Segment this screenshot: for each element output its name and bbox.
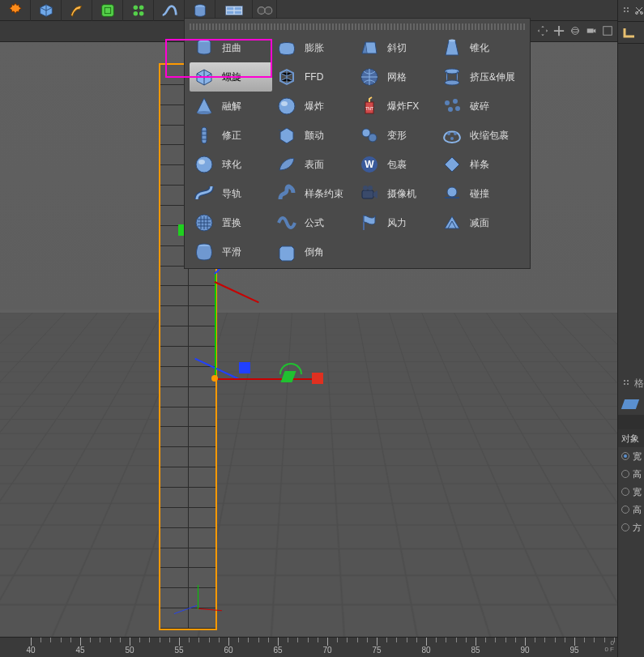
deformer-decay[interactable]: 减面 (437, 208, 525, 237)
svg-point-25 (627, 380, 629, 382)
deformer-spline-wrap[interactable]: 样条约束 (272, 179, 355, 208)
deformer-extrude[interactable]: 挤压&伸展 (437, 62, 525, 92)
deformer-melt[interactable]: 融解 (190, 92, 272, 121)
svg-point-18 (624, 7, 625, 9)
deformer-morph[interactable]: 变形 (355, 121, 437, 150)
deformer-wrap[interactable]: 包裹 (355, 150, 437, 179)
correction-bar-icon (193, 124, 215, 147)
formula-wave-icon (275, 211, 298, 234)
deformer-jiggle[interactable]: 颤动 (272, 121, 355, 150)
deformer-shear[interactable]: 斜切 (355, 33, 437, 62)
dots-icon (623, 379, 631, 387)
deformer-spline-def[interactable]: 样条 (437, 150, 525, 179)
attr-option-label: 高 (633, 504, 642, 516)
deformer-explosion-fx[interactable]: 爆炸FX (355, 92, 437, 121)
panel-patch-icon[interactable]: 格 (618, 373, 644, 394)
deformer-formula[interactable]: 公式 (272, 208, 355, 237)
barrel-icon (193, 241, 215, 263)
deformer-collision[interactable]: 碰撞 (437, 179, 525, 208)
deformer-twist[interactable]: 螺旋 (190, 62, 272, 92)
attr-option-2[interactable]: 宽 (618, 483, 644, 501)
render-settings-button[interactable] (0, 0, 31, 21)
dots-icon (441, 95, 463, 117)
right-l-icon-row[interactable] (618, 22, 644, 43)
rail-curve-icon (193, 182, 215, 205)
dots-icon (623, 6, 631, 15)
svg-point-14 (572, 28, 579, 35)
ruler-label: 75 (372, 646, 381, 655)
deformer-wind[interactable]: 风力 (355, 208, 437, 237)
deformer-spherify[interactable]: 球化 (190, 150, 272, 179)
cloner-button[interactable] (123, 0, 154, 21)
svg-rect-10 (227, 11, 233, 14)
maximize-view-icon[interactable] (601, 24, 614, 37)
attr-option-0[interactable]: 宽 (618, 447, 644, 465)
gizmo-origin[interactable] (211, 375, 218, 382)
deformer-smoothing[interactable]: 平滑 (190, 237, 272, 267)
cube-wire-icon (275, 66, 298, 88)
deformer-bend[interactable]: 扭曲 (190, 33, 272, 62)
deformer-taper[interactable]: 锥化 (437, 33, 525, 62)
deformer-bend-label: 扭曲 (222, 41, 241, 55)
deformer-explosion-fx-label: 爆炸FX (387, 100, 419, 113)
spline-button[interactable] (154, 0, 185, 21)
ruler-label: 40 (26, 646, 35, 655)
deformer-formula-label: 公式 (305, 216, 324, 230)
blue-tag-icon (621, 399, 639, 409)
deformer-button[interactable] (92, 0, 123, 21)
deformer-shrinkwrap-label: 收缩包裹 (470, 129, 509, 143)
gizmo-x-handle[interactable] (312, 373, 323, 384)
move-gizmo[interactable] (215, 334, 344, 431)
svg-point-12 (258, 7, 265, 15)
deformer-shatter[interactable]: 破碎 (437, 92, 525, 121)
ruler-label: 45 (75, 646, 84, 655)
radio-icon (621, 470, 629, 478)
camera-icon (358, 182, 381, 205)
gizmo-z-handle[interactable] (239, 362, 250, 373)
deformer-twist-label: 螺旋 (222, 70, 241, 84)
deformer-shrinkwrap[interactable]: 收缩包裹 (437, 121, 525, 150)
svg-point-3 (139, 6, 143, 10)
panel-title-label: 格 (634, 377, 644, 390)
deformer-correction[interactable]: 修正 (190, 121, 272, 150)
deformer-camera[interactable]: 摄像机 (355, 179, 437, 208)
attr-option-1[interactable]: 高 (618, 465, 644, 483)
deformer-rail[interactable]: 导轨 (190, 179, 272, 208)
zoom-view-icon[interactable] (552, 24, 565, 37)
gizmo-rotate-handle[interactable] (279, 363, 302, 374)
deformer-melt-label: 融解 (222, 100, 241, 113)
deformer-shear-label: 斜切 (387, 41, 407, 55)
deformer-ffd[interactable]: FFD (272, 62, 355, 92)
attr-option-3[interactable]: 高 (618, 501, 644, 518)
deformer-bevel[interactable]: 倒角 (272, 237, 355, 267)
ruler-label: 85 (471, 646, 480, 655)
attribute-tabs[interactable]: 对象 (618, 429, 644, 447)
scissors-icon (634, 6, 644, 15)
deformer-explosion[interactable]: 爆炸 (272, 92, 355, 121)
deformer-taper-label: 锥化 (470, 41, 489, 55)
leaf-icon (275, 153, 298, 176)
taper-icon (441, 36, 463, 59)
deformer-surface[interactable]: 表面 (272, 150, 355, 179)
move-view-icon[interactable] (536, 24, 549, 37)
tab-object[interactable]: 对象 (618, 429, 642, 447)
svg-point-13 (265, 7, 272, 15)
decay-tri-icon (441, 211, 463, 234)
radio-icon (621, 523, 629, 531)
deformer-mesh-label: 网格 (387, 70, 407, 84)
popup-drag-handle[interactable] (190, 23, 525, 30)
deformer-ffd-label: FFD (305, 71, 323, 83)
camera-view-icon[interactable] (585, 24, 598, 37)
attr-option-4[interactable]: 方 (618, 518, 644, 536)
deformer-mesh[interactable]: 网格 (355, 62, 437, 92)
deformer-bulge[interactable]: 膨胀 (272, 33, 355, 62)
svg-point-15 (572, 29, 579, 32)
pen-tool-button[interactable] (62, 0, 92, 21)
deformer-bulge-label: 膨胀 (305, 41, 324, 55)
deformer-displacer[interactable]: 置换 (190, 208, 272, 237)
panel-blue-tag[interactable] (618, 394, 644, 415)
right-top-icons[interactable] (618, 0, 644, 21)
timeline-ruler[interactable]: 404550556065707580859095 00 F (0, 637, 617, 657)
orbit-view-icon[interactable] (569, 24, 582, 37)
primitive-cube-button[interactable] (31, 0, 62, 21)
